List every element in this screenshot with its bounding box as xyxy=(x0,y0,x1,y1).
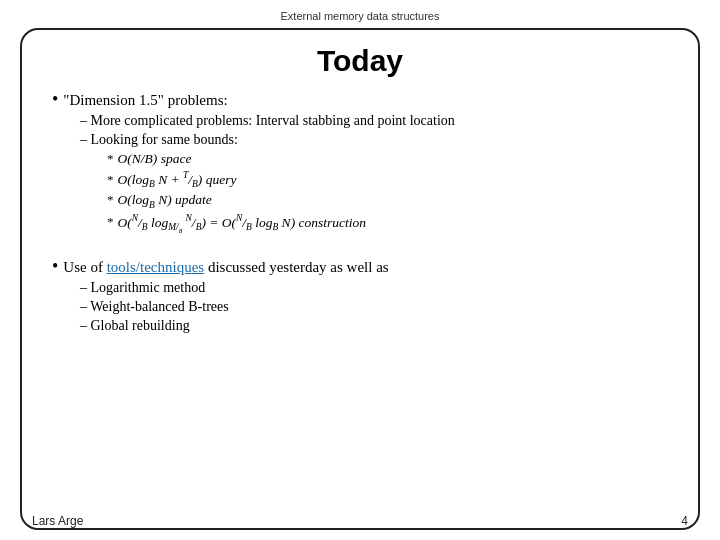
sub-bullet-2-1: – Logarithmic method xyxy=(80,280,668,296)
sub-sub-bullet-3: * O(logB N) update xyxy=(107,192,668,210)
bullet-section-2: • Use of tools/techniques discussed yest… xyxy=(52,257,668,337)
star-3: * xyxy=(107,192,114,208)
slide-title: External memory data structures xyxy=(281,10,440,22)
footer-page: 4 xyxy=(681,514,688,528)
sub-bullet-1-2: – Looking for same bounds: xyxy=(80,132,668,148)
bullet-text-2: Use of tools/techniques discussed yester… xyxy=(63,259,388,276)
tools-link: tools/techniques xyxy=(107,259,205,275)
spacer xyxy=(52,247,668,257)
star-2: * xyxy=(107,172,114,188)
math-3: O(logB N) update xyxy=(118,192,212,210)
sub-sub-bullet-1: * O(N/B) space xyxy=(107,151,668,167)
bullet-dot-2: • xyxy=(52,257,58,275)
footer-author: Lars Arge xyxy=(32,514,83,528)
sub-sub-bullet-4: * O(N/B logM/B N/B) = O(N/B logB N) cons… xyxy=(107,213,668,234)
bullet-main-1: • "Dimension 1.5" problems: xyxy=(52,90,668,109)
slide-card: Today • "Dimension 1.5" problems: – More… xyxy=(20,28,700,530)
math-1: O(N/B) space xyxy=(118,151,192,167)
slide-heading: Today xyxy=(52,44,668,78)
star-1: * xyxy=(107,151,114,167)
bullet-dot-1: • xyxy=(52,90,58,108)
bullet-section-1: • "Dimension 1.5" problems: – More compl… xyxy=(52,90,668,237)
bullet-text-1: "Dimension 1.5" problems: xyxy=(63,92,227,109)
bullet-main-2: • Use of tools/techniques discussed yest… xyxy=(52,257,668,276)
slide-wrapper: External memory data structures Today • … xyxy=(0,0,720,540)
star-4: * xyxy=(107,214,114,230)
sub-bullet-1-1: – More complicated problems: Interval st… xyxy=(80,113,668,129)
sub-bullet-2-2: – Weight-balanced B-trees xyxy=(80,299,668,315)
math-2: O(logB N + T/B) query xyxy=(118,170,237,189)
sub-bullet-2-3: – Global rebuilding xyxy=(80,318,668,334)
math-4: O(N/B logM/B N/B) = O(N/B logB N) constr… xyxy=(118,213,367,234)
sub-sub-bullet-2: * O(logB N + T/B) query xyxy=(107,170,668,189)
